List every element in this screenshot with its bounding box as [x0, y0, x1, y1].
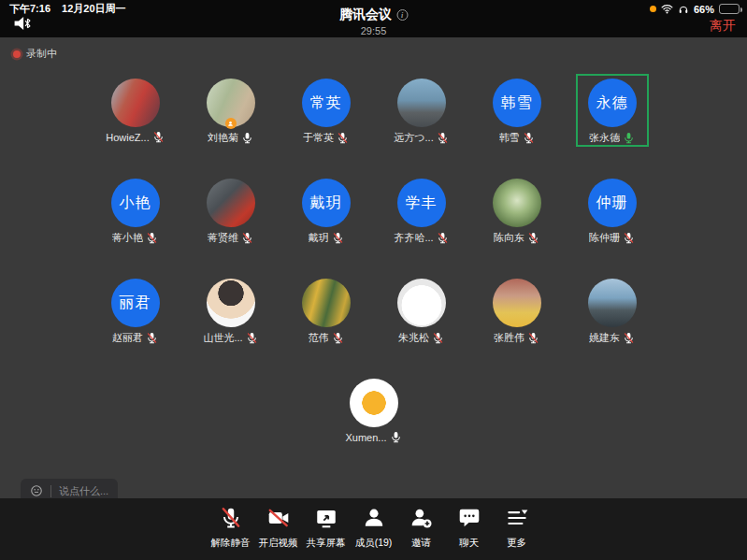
initials-avatar: 仲珊 [588, 179, 637, 227]
share-screen-label: 共享屏幕 [307, 537, 346, 550]
mic-muted-icon [146, 232, 158, 244]
invite-icon [409, 506, 434, 533]
mic-muted-icon [246, 332, 258, 344]
battery-icon [719, 4, 740, 14]
start-video-button[interactable]: 开启视频 [256, 506, 300, 560]
seaside-avatar [397, 79, 446, 127]
participant-name: 远方つ... [394, 131, 433, 145]
participant-tile[interactable]: 韩雪 韩雪 [469, 79, 565, 144]
participant-tile[interactable]: 学丰 齐齐哈... [374, 179, 469, 244]
mic-muted-icon [437, 232, 449, 244]
participant-name: 陈仲珊 [589, 231, 620, 245]
participant-tile[interactable]: 丽君 赵丽君 [88, 279, 183, 344]
participant-name: 山世光... [203, 331, 242, 345]
participant-tile[interactable]: 远方つ... [374, 79, 469, 144]
participant-tile[interactable]: Xumen... [326, 379, 422, 444]
participant-name: 刘艳菊 [208, 131, 238, 145]
start-video-label: 开启视频 [259, 537, 298, 550]
mic-muted-icon [527, 232, 539, 244]
participant-name: Xumen... [345, 432, 386, 443]
mic-on-icon [390, 431, 402, 443]
top-bar: 下午7:16 12月20日周一 66% [0, 0, 747, 37]
meeting-screen: 下午7:16 12月20日周一 66% [0, 0, 747, 560]
start-video-icon [266, 506, 291, 533]
initials-avatar: 戴玥 [302, 179, 351, 227]
initials-avatar: 学丰 [397, 179, 446, 227]
initials-avatar: 常英 [302, 79, 351, 127]
mic-speaking-icon [623, 132, 635, 144]
participant-tile[interactable]: 山世光... [183, 279, 279, 344]
members-button[interactable]: 成员(19) [352, 506, 395, 560]
host-badge-icon [225, 118, 237, 129]
recording-dot-icon [13, 50, 21, 58]
chat-placeholder: 说点什么... [59, 484, 108, 498]
clock-date: 12月20日周一 [62, 2, 125, 16]
members-icon [362, 506, 386, 533]
battery-percent: 66% [694, 4, 714, 15]
participant-tile[interactable]: 刘艳菊 [183, 79, 279, 144]
mic-muted-icon [152, 131, 165, 143]
participant-tile[interactable]: 永德 张永德 [565, 79, 660, 144]
mic-in-use-indicator-icon [650, 6, 656, 12]
participant-name: 朱兆松 [398, 331, 429, 345]
invite-label: 邀请 [411, 537, 431, 550]
chat-icon [457, 506, 481, 533]
meeting-info-icon[interactable]: i [396, 9, 408, 21]
mic-muted-icon [623, 332, 635, 344]
initials-avatar: 小艳 [111, 179, 160, 227]
leave-button[interactable]: 离开 [710, 18, 736, 35]
participant-tile[interactable]: 小艳 蒋小艳 [88, 179, 183, 244]
mic-muted-icon [527, 332, 539, 344]
more-icon [505, 506, 529, 533]
participant-tile[interactable]: 戴玥 戴玥 [279, 179, 374, 244]
meeting-title: 腾讯会议 [339, 7, 392, 23]
participant-name: 于常英 [303, 131, 334, 145]
main-area: 录制中 HowieZ... 刘艳菊 常英 [0, 37, 747, 560]
participant-tile[interactable]: HowieZ... [88, 79, 183, 144]
chat-button[interactable]: 聊天 [447, 506, 491, 560]
share-screen-button[interactable]: 共享屏幕 [304, 506, 348, 560]
participant-name: 姚建东 [589, 331, 620, 345]
emoji-icon[interactable] [30, 484, 43, 497]
meeting-title-block: 腾讯会议 i 29:55 [339, 7, 408, 36]
more-button[interactable]: 更多 [495, 506, 539, 560]
recording-indicator: 录制中 [13, 47, 57, 61]
participant-tile[interactable]: 朱兆松 [374, 279, 469, 344]
mic-muted-icon [437, 132, 449, 144]
participant-name: 戴玥 [309, 231, 329, 245]
participant-tile[interactable]: 姚建东 [565, 279, 660, 344]
mic-muted-icon [146, 332, 158, 344]
audio-route-button[interactable] [11, 14, 37, 33]
share-screen-icon [314, 506, 338, 533]
unmute-button[interactable]: 解除静音 [208, 506, 252, 560]
mic-muted-icon [432, 332, 444, 344]
girl-flowers-avatar [207, 79, 255, 127]
mic-muted-icon [623, 232, 635, 244]
totoro-sketch-avatar [397, 279, 446, 327]
chat-label: 聊天 [459, 537, 479, 550]
recording-label: 录制中 [26, 47, 57, 61]
mic-muted-icon [523, 132, 535, 144]
mic-muted-icon [332, 232, 344, 244]
sun-emoji-avatar [350, 379, 398, 427]
participant-tile[interactable]: 常英 于常英 [279, 79, 374, 144]
mic-muted-icon [337, 132, 349, 144]
participant-tile[interactable]: 范伟 [279, 279, 374, 344]
headphones-icon [678, 4, 689, 15]
participant-name: 陈向东 [494, 231, 524, 245]
participant-name: 韩雪 [499, 131, 520, 145]
participant-name: 赵丽君 [112, 331, 143, 345]
participant-name: 蒋小艳 [112, 231, 143, 245]
participant-tile[interactable]: 陈向东 [469, 179, 565, 244]
invite-button[interactable]: 邀请 [399, 506, 443, 560]
participant-tile[interactable]: 张胜伟 [469, 279, 565, 344]
initials-avatar: 永德 [588, 79, 637, 127]
participant-tile[interactable]: 仲珊 陈仲珊 [565, 179, 660, 244]
mic-muted-icon [332, 332, 344, 344]
participant-name: HowieZ... [106, 132, 149, 143]
mic-on-icon [241, 132, 253, 144]
input-divider [50, 485, 51, 497]
unmute-icon [219, 506, 243, 533]
participant-tile[interactable]: 蒋贤维 [183, 179, 279, 244]
participant-grid: HowieZ... 刘艳菊 常英 于常英 [88, 79, 660, 444]
